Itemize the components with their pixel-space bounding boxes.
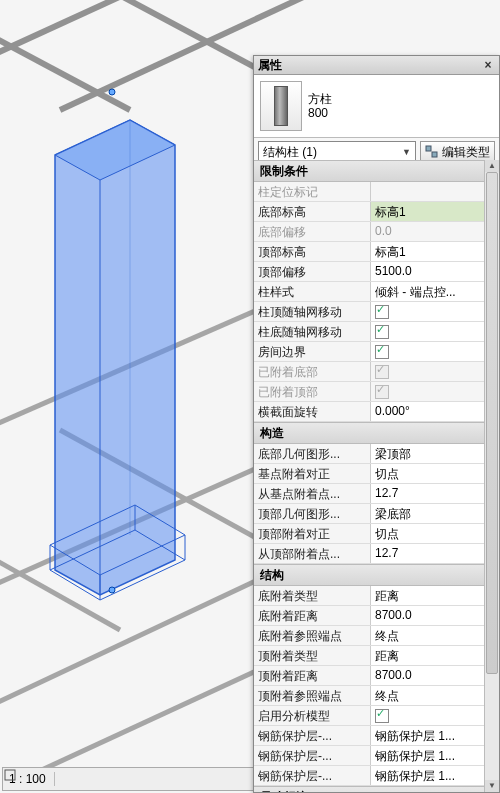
- prop-label: 基点附着对正: [254, 464, 371, 483]
- prop-label: 底部几何图形...: [254, 444, 371, 463]
- type-thumbnail: [260, 81, 302, 131]
- prop-value[interactable]: 标高1: [371, 242, 499, 261]
- prop-label: 柱顶随轴网移动: [254, 302, 371, 321]
- instance-filter-value: 结构柱 (1): [263, 144, 317, 161]
- checkbox-icon: [375, 709, 389, 723]
- view-status-bar: 1 : 100: [2, 767, 264, 791]
- prop-label: 底部偏移: [254, 222, 371, 241]
- group-constraints[interactable]: 限制条件⌃: [254, 160, 499, 182]
- prop-label: 顶部附着对正: [254, 524, 371, 543]
- scroll-down-icon[interactable]: ▼: [485, 780, 499, 792]
- prop-value[interactable]: 8700.0: [371, 666, 499, 685]
- selected-column[interactable]: [50, 89, 185, 600]
- svg-rect-24: [432, 152, 437, 157]
- type-size: 800: [308, 106, 332, 120]
- prop-value[interactable]: 钢筋保护层 1...: [371, 726, 499, 745]
- prop-value[interactable]: 终点: [371, 686, 499, 705]
- prop-label: 顶附着参照端点: [254, 686, 371, 705]
- close-icon[interactable]: ×: [481, 58, 495, 72]
- group-construction[interactable]: 构造⌃: [254, 422, 499, 444]
- prop-value[interactable]: 梁底部: [371, 504, 499, 523]
- svg-marker-10: [55, 120, 175, 595]
- scroll-up-icon[interactable]: ▲: [485, 160, 499, 172]
- prop-value[interactable]: 距离: [371, 586, 499, 605]
- prop-value[interactable]: 钢筋保护层 1...: [371, 766, 499, 785]
- property-list: 限制条件⌃ 柱定位标记 底部标高标高1 底部偏移0.0 顶部标高标高1 顶部偏移…: [254, 160, 499, 792]
- prop-label: 房间边界: [254, 342, 371, 361]
- prop-label: 从基点附着点...: [254, 484, 371, 503]
- prop-label: 钢筋保护层-...: [254, 726, 371, 745]
- prop-label: 柱定位标记: [254, 182, 371, 201]
- prop-value[interactable]: 0.000°: [371, 402, 499, 421]
- svg-rect-23: [426, 146, 431, 151]
- checkbox-icon: [375, 345, 389, 359]
- prop-label: 底附着参照端点: [254, 626, 371, 645]
- prop-value: 0.0: [371, 222, 499, 241]
- prop-value[interactable]: 切点: [371, 524, 499, 543]
- prop-value[interactable]: 距离: [371, 646, 499, 665]
- group-structural[interactable]: 结构⌃: [254, 564, 499, 586]
- svg-rect-22: [5, 770, 15, 780]
- prop-label: 顶附着类型: [254, 646, 371, 665]
- prop-label: 已附着顶部: [254, 382, 371, 401]
- prop-value[interactable]: 梁顶部: [371, 444, 499, 463]
- svg-line-3: [110, 0, 260, 70]
- family-name: 方柱: [308, 92, 332, 106]
- checkbox-icon: [375, 305, 389, 319]
- scrollbar[interactable]: ▲ ▼: [484, 160, 499, 792]
- prop-value[interactable]: [371, 322, 499, 341]
- prop-value[interactable]: 倾斜 - 端点控...: [371, 282, 499, 301]
- type-selector[interactable]: 方柱 800: [254, 75, 499, 138]
- scrollbar-thumb[interactable]: [486, 172, 498, 674]
- prop-value: [371, 382, 499, 401]
- prop-label: 启用分析模型: [254, 706, 371, 725]
- panel-titlebar[interactable]: 属性 ×: [254, 56, 499, 75]
- prop-label: 顶部几何图形...: [254, 504, 371, 523]
- prop-label: 从顶部附着点...: [254, 544, 371, 563]
- group-dimensions[interactable]: 尺寸标注⌃: [254, 786, 499, 792]
- prop-value[interactable]: [371, 302, 499, 321]
- prop-label: 底附着类型: [254, 586, 371, 605]
- visual-style-icon[interactable]: [3, 768, 17, 782]
- prop-label: 已附着底部: [254, 362, 371, 381]
- panel-title-text: 属性: [258, 57, 481, 74]
- prop-value[interactable]: 钢筋保护层 1...: [371, 746, 499, 765]
- prop-value[interactable]: [371, 706, 499, 725]
- prop-value[interactable]: 8700.0: [371, 606, 499, 625]
- checkbox-icon: [375, 325, 389, 339]
- checkbox-icon: [375, 385, 389, 399]
- prop-label: 钢筋保护层-...: [254, 746, 371, 765]
- prop-value[interactable]: 标高1: [371, 202, 499, 221]
- chevron-down-icon: ▼: [402, 147, 411, 157]
- edit-type-label: 编辑类型: [442, 144, 490, 161]
- type-text: 方柱 800: [308, 92, 332, 120]
- checkbox-icon: [375, 365, 389, 379]
- prop-value: [371, 182, 499, 201]
- svg-line-7: [20, 660, 280, 780]
- prop-label: 顶附着距离: [254, 666, 371, 685]
- prop-label: 顶部偏移: [254, 262, 371, 281]
- prop-label: 柱底随轴网移动: [254, 322, 371, 341]
- prop-label: 横截面旋转: [254, 402, 371, 421]
- prop-value[interactable]: 5100.0: [371, 262, 499, 281]
- prop-value[interactable]: 12.7: [371, 484, 499, 503]
- properties-panel: 属性 × 方柱 800 结构柱 (1) ▼ 编辑类型 限制条件⌃ 柱定位标记 底…: [253, 55, 500, 793]
- prop-label: 底部标高: [254, 202, 371, 221]
- prop-label: 底附着距离: [254, 606, 371, 625]
- svg-point-21: [109, 587, 115, 593]
- prop-value: [371, 362, 499, 381]
- svg-point-20: [109, 89, 115, 95]
- prop-label: 柱样式: [254, 282, 371, 301]
- prop-value[interactable]: 切点: [371, 464, 499, 483]
- prop-value[interactable]: [371, 342, 499, 361]
- edit-type-icon: [425, 145, 439, 159]
- prop-label: 顶部标高: [254, 242, 371, 261]
- prop-label: 钢筋保护层-...: [254, 766, 371, 785]
- prop-value[interactable]: 12.7: [371, 544, 499, 563]
- prop-value[interactable]: 终点: [371, 626, 499, 645]
